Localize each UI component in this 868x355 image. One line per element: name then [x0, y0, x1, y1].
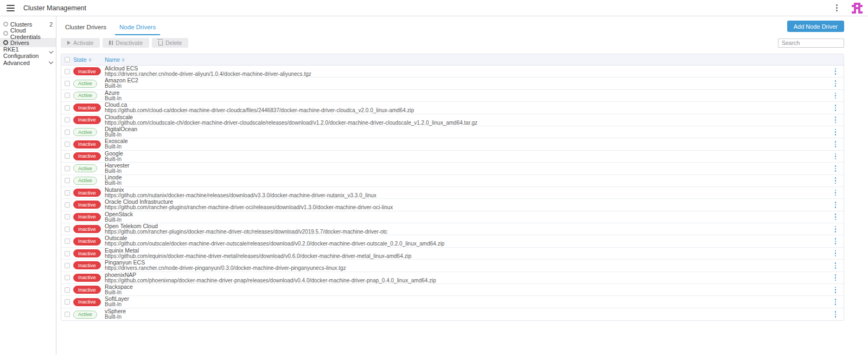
state-badge: Inactive [73, 152, 101, 160]
row-kebab-menu-icon[interactable] [833, 236, 839, 247]
tab-cluster-drivers[interactable]: Cluster Drivers [61, 21, 111, 35]
row-kebab-menu-icon[interactable] [833, 78, 839, 89]
top-bar: Cluster Management [0, 0, 868, 16]
driver-detail: https://github.com/equinix/docker-machin… [105, 254, 827, 260]
row-kebab-menu-icon[interactable] [833, 285, 839, 295]
driver-detail: Built-In [105, 132, 827, 138]
table-header-row: State Name [61, 54, 844, 66]
driver-detail: Built-In [105, 83, 827, 89]
row-kebab-menu-icon[interactable] [833, 66, 839, 77]
row-kebab-menu-icon[interactable] [833, 175, 839, 186]
row-checkbox[interactable] [65, 251, 70, 256]
state-badge: Inactive [73, 189, 101, 197]
driver-name: phoenixNAP [105, 272, 827, 278]
driver-detail: Built-In [105, 180, 827, 186]
driver-name: Equinix Metal [105, 248, 827, 254]
sidebar-item-label: Cloud Credentials [10, 27, 53, 40]
row-kebab-menu-icon[interactable] [833, 114, 839, 125]
row-kebab-menu-icon[interactable] [833, 309, 839, 320]
row-kebab-menu-icon[interactable] [833, 199, 839, 210]
state-badge: Active [73, 92, 97, 100]
driver-name: Linode [105, 175, 827, 180]
row-checkbox[interactable] [65, 299, 70, 305]
driver-detail: Built-In [105, 96, 827, 102]
clusters-icon [3, 22, 8, 27]
row-checkbox[interactable] [65, 263, 70, 268]
row-checkbox[interactable] [65, 130, 70, 135]
deactivate-button[interactable]: Deactivate [103, 38, 149, 48]
sort-icon [88, 58, 92, 62]
search-input[interactable] [778, 38, 844, 48]
column-header-name[interactable]: Name [105, 56, 827, 63]
row-checkbox[interactable] [65, 141, 70, 147]
row-checkbox[interactable] [65, 190, 70, 196]
row-kebab-menu-icon[interactable] [833, 139, 839, 150]
row-checkbox[interactable] [65, 153, 70, 159]
table-row: Inactive Cloudscale https://github.com/c… [61, 114, 844, 126]
chevron-down-icon [49, 60, 53, 64]
row-kebab-menu-icon[interactable] [833, 188, 839, 198]
table-row: Active vSphere Built-In [61, 308, 844, 320]
row-kebab-menu-icon[interactable] [833, 151, 839, 162]
sidebar-item-cloud-credentials[interactable]: Cloud Credentials [0, 29, 56, 38]
cloud-credentials-icon [3, 31, 8, 36]
hamburger-menu-icon[interactable] [7, 5, 15, 11]
tab-node-drivers[interactable]: Node Drivers [115, 21, 160, 35]
driver-name: DigitalOcean [105, 126, 827, 132]
user-avatar[interactable] [852, 3, 863, 14]
driver-detail: https://drivers.rancher.cn/node-driver-p… [105, 266, 827, 272]
header-kebab-menu-icon[interactable] [832, 2, 842, 14]
row-kebab-menu-icon[interactable] [833, 91, 839, 101]
sidebar-group-rke1-configuration[interactable]: RKE1 Configuration [0, 47, 56, 57]
state-badge: Active [73, 128, 97, 136]
node-drivers-table: State Name Inactive Alicloud ECS [61, 54, 844, 321]
row-checkbox[interactable] [65, 275, 70, 280]
row-checkbox[interactable] [65, 81, 70, 86]
row-checkbox[interactable] [65, 178, 70, 183]
table-row: Inactive OpenStack Built-In [61, 211, 844, 223]
table-row: Inactive Open Telekom Cloud https://gith… [61, 223, 844, 235]
row-kebab-menu-icon[interactable] [833, 102, 839, 113]
driver-detail: https://github.com/outscale/docker-machi… [105, 241, 827, 247]
row-kebab-menu-icon[interactable] [833, 163, 839, 174]
row-checkbox[interactable] [65, 312, 70, 317]
state-badge: Inactive [73, 237, 101, 246]
state-badge: Active [73, 311, 97, 319]
row-checkbox[interactable] [65, 105, 70, 111]
row-checkbox[interactable] [65, 69, 70, 74]
driver-name: Cloud.ca [105, 102, 827, 108]
row-checkbox[interactable] [65, 214, 70, 220]
row-kebab-menu-icon[interactable] [833, 248, 839, 259]
driver-detail: Built-In [105, 314, 827, 320]
state-badge: Inactive [73, 298, 101, 306]
add-node-driver-button[interactable]: Add Node Driver [787, 21, 844, 32]
table-row: Inactive SoftLayer Built-In [61, 296, 844, 308]
row-kebab-menu-icon[interactable] [833, 272, 839, 283]
row-checkbox[interactable] [65, 287, 70, 293]
row-checkbox[interactable] [65, 227, 70, 232]
sidebar: Clusters 2 Cloud Credentials Drivers RKE… [0, 16, 56, 355]
row-kebab-menu-icon[interactable] [833, 296, 839, 307]
delete-button[interactable]: Delete [152, 38, 188, 48]
row-checkbox[interactable] [65, 117, 70, 122]
row-kebab-menu-icon[interactable] [833, 224, 839, 235]
state-badge: Inactive [73, 286, 101, 294]
activate-button[interactable]: Activate [61, 38, 100, 48]
row-kebab-menu-icon[interactable] [833, 211, 839, 222]
column-header-state[interactable]: State [73, 56, 92, 63]
state-badge: Inactive [73, 67, 101, 75]
row-checkbox[interactable] [65, 202, 70, 208]
row-kebab-menu-icon[interactable] [833, 127, 839, 138]
trash-icon [158, 41, 163, 46]
select-all-checkbox[interactable] [65, 57, 70, 62]
table-row: Inactive Rackspace Built-In [61, 284, 844, 296]
row-kebab-menu-icon[interactable] [833, 260, 839, 271]
row-checkbox[interactable] [65, 93, 70, 98]
table-row: Inactive phoenixNAP https://github.com/p… [61, 272, 844, 284]
driver-name: vSphere [105, 308, 827, 314]
row-checkbox[interactable] [65, 166, 70, 171]
driver-detail: Built-In [105, 157, 827, 163]
row-checkbox[interactable] [65, 238, 70, 244]
sidebar-group-advanced[interactable]: Advanced [0, 57, 56, 68]
state-badge: Active [73, 80, 97, 88]
